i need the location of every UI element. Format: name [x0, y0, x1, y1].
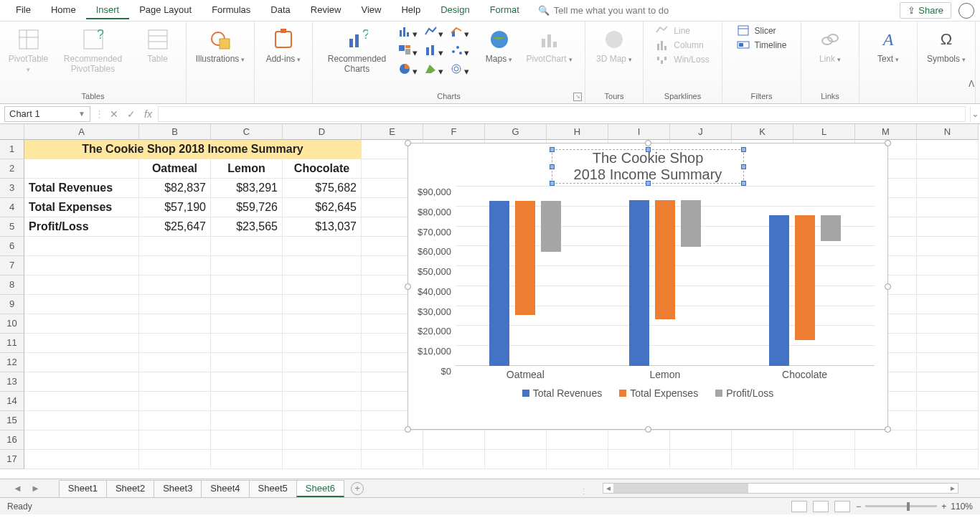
pie-chart-button[interactable]: ▾: [398, 63, 423, 80]
cell[interactable]: [24, 159, 139, 179]
recommended-pivottables-button[interactable]: ? Recommended PivotTables: [59, 24, 128, 74]
cell[interactable]: $59,726: [211, 198, 283, 217]
row-header[interactable]: 4: [0, 198, 24, 217]
cell[interactable]: [855, 450, 917, 469]
cell[interactable]: [362, 430, 423, 450]
collapse-ribbon-button[interactable]: ᐱ: [969, 79, 974, 89]
cell[interactable]: [917, 295, 979, 314]
cell[interactable]: [547, 450, 608, 469]
menu-tab-design[interactable]: Design: [430, 1, 479, 19]
menu-tab-home[interactable]: Home: [41, 1, 86, 19]
cell[interactable]: [917, 314, 979, 334]
statistic-chart-button[interactable]: ▾: [424, 44, 448, 62]
col-header[interactable]: N: [917, 124, 979, 140]
select-all-corner[interactable]: [0, 124, 24, 140]
col-header[interactable]: B: [139, 124, 211, 140]
sheet-tab-sheet6[interactable]: Sheet6: [296, 480, 344, 497]
cell[interactable]: [917, 411, 979, 430]
cell[interactable]: [917, 334, 979, 353]
cell[interactable]: [485, 430, 547, 450]
cell[interactable]: $13,037: [283, 217, 362, 237]
cell[interactable]: [283, 411, 362, 430]
sheet-nav-prev[interactable]: ◄: [9, 483, 27, 494]
cell[interactable]: [423, 430, 485, 450]
cell[interactable]: [24, 372, 139, 392]
sheet-tab-sheet5[interactable]: Sheet5: [249, 480, 297, 497]
cell[interactable]: [283, 353, 362, 372]
cell[interactable]: [24, 450, 139, 469]
col-header[interactable]: A: [24, 124, 139, 140]
chart-plot-area[interactable]: $0$10,000$20,000$30,000$40,000$50,000$60…: [456, 187, 875, 366]
link-button[interactable]: Link: [807, 24, 853, 64]
cell[interactable]: [362, 450, 423, 469]
menu-tab-data[interactable]: Data: [260, 1, 300, 19]
cell[interactable]: [485, 450, 547, 469]
zoom-out-button[interactable]: −: [856, 501, 861, 512]
cell[interactable]: [283, 295, 362, 314]
horizontal-scrollbar[interactable]: ◄ ►: [603, 483, 958, 494]
row-header[interactable]: 10: [0, 314, 24, 334]
cell[interactable]: [211, 295, 283, 314]
sheet-tab-sheet2[interactable]: Sheet2: [106, 480, 154, 497]
pivottable-button[interactable]: PivotTable ▾: [6, 24, 52, 73]
3d-map-button[interactable]: 3D Map: [591, 24, 637, 64]
zoom-in-button[interactable]: +: [941, 501, 946, 512]
cell[interactable]: [139, 392, 211, 411]
col-header[interactable]: J: [670, 124, 732, 140]
col-header[interactable]: G: [485, 124, 547, 140]
cell[interactable]: [917, 237, 979, 256]
cell[interactable]: [24, 314, 139, 334]
cell[interactable]: [917, 430, 979, 450]
col-header[interactable]: K: [732, 124, 793, 140]
cell[interactable]: [24, 256, 139, 276]
column-chart-button[interactable]: ▾: [398, 26, 423, 43]
cell[interactable]: Oatmeal: [139, 159, 211, 179]
sheet-tab-sheet4[interactable]: Sheet4: [201, 480, 249, 497]
cell[interactable]: $25,647: [139, 217, 211, 237]
row-header[interactable]: 12: [0, 353, 24, 372]
cell[interactable]: [24, 411, 139, 430]
namebox-dropdown-icon[interactable]: ▼: [78, 110, 85, 118]
cell[interactable]: [608, 430, 670, 450]
row-header[interactable]: 1: [0, 140, 24, 159]
illustrations-button[interactable]: Illustrations: [192, 24, 248, 64]
menu-tab-formulas[interactable]: Formulas: [202, 1, 260, 19]
cell[interactable]: [793, 430, 855, 450]
cell[interactable]: [139, 314, 211, 334]
cell[interactable]: [917, 450, 979, 469]
page-break-view-button[interactable]: [834, 501, 850, 512]
surface-chart-button[interactable]: ▾: [424, 63, 448, 80]
cancel-formula-icon[interactable]: ✕: [110, 108, 118, 120]
cell[interactable]: $83,291: [211, 179, 283, 198]
bar[interactable]: [515, 201, 535, 315]
cell[interactable]: [24, 353, 139, 372]
row-header[interactable]: 17: [0, 450, 24, 469]
cell[interactable]: [732, 430, 793, 450]
cell[interactable]: [211, 372, 283, 392]
menu-tab-view[interactable]: View: [351, 1, 391, 19]
row-header[interactable]: 5: [0, 217, 24, 237]
cell[interactable]: [24, 237, 139, 256]
charts-dialog-launcher[interactable]: ↘: [573, 93, 582, 101]
col-header[interactable]: I: [608, 124, 670, 140]
sparkline-winloss-button[interactable]: Win/Loss: [653, 53, 712, 66]
cell[interactable]: [608, 450, 670, 469]
menu-tab-insert[interactable]: Insert: [86, 1, 130, 19]
formula-bar-expand[interactable]: ⌄: [970, 106, 980, 122]
cell[interactable]: [283, 334, 362, 353]
cell[interactable]: [917, 276, 979, 295]
embedded-chart[interactable]: The Cookie Shop 2018 Income Summary $0$1…: [407, 143, 888, 430]
accept-formula-icon[interactable]: ✓: [127, 108, 136, 120]
cell[interactable]: [283, 237, 362, 256]
chart-legend[interactable]: Total RevenuesTotal ExpensesProfit/Loss: [408, 387, 887, 399]
zoom-level[interactable]: 110%: [951, 501, 973, 512]
cell[interactable]: [670, 430, 732, 450]
zoom-slider[interactable]: [865, 505, 937, 507]
cell[interactable]: [917, 198, 979, 217]
cell[interactable]: [283, 276, 362, 295]
row-header[interactable]: 3: [0, 179, 24, 198]
sparkline-line-button[interactable]: Line: [653, 24, 712, 37]
cell[interactable]: [139, 450, 211, 469]
bar[interactable]: [655, 200, 675, 319]
cell[interactable]: [211, 411, 283, 430]
